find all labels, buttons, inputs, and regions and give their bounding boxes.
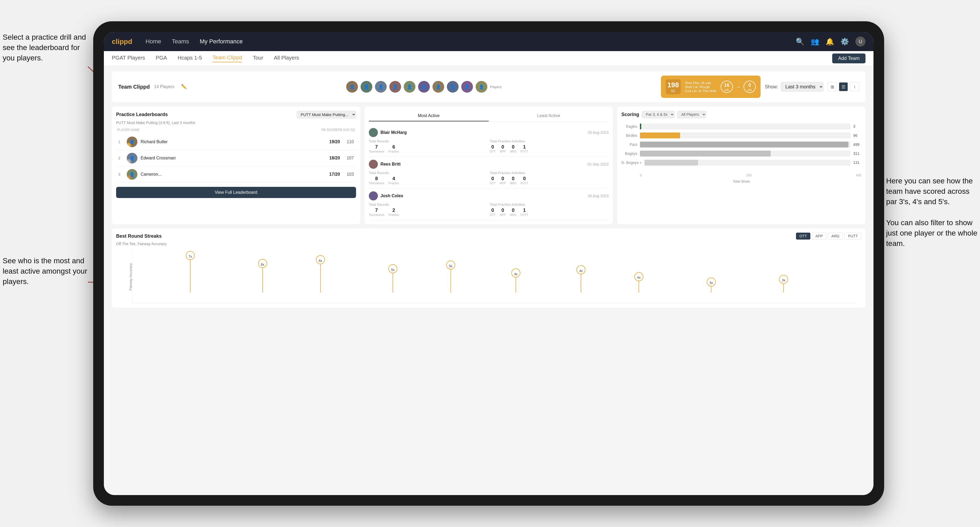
blair-player: Blair McHarg: [369, 128, 407, 137]
subnav-pga[interactable]: PGA: [156, 55, 167, 62]
player-avatar-6[interactable]: 👤: [418, 81, 430, 93]
sort-icon[interactable]: ↕: [850, 82, 859, 91]
subnav-team-clippd[interactable]: Team Clippd: [213, 55, 242, 62]
blair-ott: 0 OTT: [490, 144, 496, 153]
rees-practice-activities: Total Practice Activities 0 OTT 0 APP: [490, 171, 609, 185]
lb-name-3: Cameron...: [141, 172, 326, 177]
blair-tournament: 7 Tournament: [369, 144, 384, 153]
subnav-pgat[interactable]: PGAT Players: [112, 55, 145, 62]
yard-circles: 16 yds → 0 yds: [721, 81, 756, 93]
svg-text:3x: 3x: [782, 278, 785, 282]
eagles-bar-bg: [640, 124, 851, 129]
pars-bar-fill: [640, 141, 848, 148]
svg-text:4x: 4x: [514, 272, 518, 276]
josh-practice-label: Total Practice Activities: [490, 203, 609, 206]
show-select[interactable]: Last 3 months Last 6 months Last year: [781, 82, 823, 92]
settings-icon[interactable]: ⚙️: [840, 38, 849, 46]
player-avatar-1[interactable]: 👤: [346, 81, 358, 93]
bogeys-label: Bogeys: [621, 151, 637, 156]
blair-date: 26 Aug 2023: [588, 130, 609, 135]
yard-divider: →: [735, 84, 741, 90]
josh-rounds-vals: 7 Tournament 2 Practice: [369, 208, 488, 216]
blair-app: 0 APP: [500, 144, 506, 153]
player-avatar-7[interactable]: 👤: [433, 81, 444, 93]
search-icon[interactable]: 🔍: [796, 38, 804, 46]
josh-name: Josh Coles: [380, 194, 403, 198]
eagles-value: 3: [853, 124, 861, 129]
lb-avg-1: 110: [343, 140, 354, 144]
leaderboard-row-3[interactable]: 3 👤 3 Cameron... 17/20 103: [116, 167, 356, 183]
streaks-tabs: OTT APP ARG PUTT: [796, 233, 861, 240]
lb-avg-2: 107: [343, 156, 354, 160]
grid-view-icon[interactable]: ⊞: [828, 82, 837, 91]
player-avatar-9[interactable]: 👤: [461, 81, 473, 93]
subnav-tour[interactable]: Tour: [253, 55, 263, 62]
player-avatar-5[interactable]: 👤: [404, 81, 415, 93]
josh-rounds: Total Rounds 7 Tournament 2 Practice: [369, 203, 488, 216]
dbogeys-bar-bg: [644, 160, 851, 165]
rank-1: 1: [118, 140, 124, 144]
josh-practice-vals: 0 OTT 0 APP 0 ARG: [490, 208, 609, 216]
pars-value: 499: [853, 142, 861, 147]
leaderboard-row-1[interactable]: 1 👤 1 Richard Butler 19/20 110: [116, 134, 356, 150]
josh-app: 0 APP: [500, 208, 506, 216]
leaderboard-row-2[interactable]: 2 👤 2 Edward Crossman 18/20 107: [116, 150, 356, 167]
blair-rounds-vals: 7 Tournament 6 Practice: [369, 144, 488, 153]
shot-details: Shot Dist: 16 yds Start Lie: Rough End L…: [685, 81, 716, 93]
practice-leaderboard-panel: Practice Leaderboards PUTT Must Make Put…: [112, 106, 360, 224]
subnav-hcaps[interactable]: Hcaps 1-5: [178, 55, 202, 62]
most-active-tab[interactable]: Most Active: [369, 111, 488, 121]
putt-tab[interactable]: PUTT: [845, 233, 861, 240]
edit-team-icon[interactable]: ✏️: [181, 84, 187, 90]
view-leaderboard-button[interactable]: View Full Leaderboard: [116, 187, 356, 198]
josh-practice: 2 Practice: [388, 208, 399, 216]
list-view-icon[interactable]: ☰: [839, 82, 848, 91]
leaderboard-columns: PLAYER NAME PB SCORE PB AVG SQ: [116, 128, 356, 132]
leaderboard-subtitle: PUTT Must Make Putting (3-6 ft), Last 3 …: [116, 121, 356, 125]
player-avatar-3[interactable]: 👤: [375, 81, 387, 93]
blair-name: Blair McHarg: [380, 130, 407, 135]
bell-icon[interactable]: 🔔: [826, 38, 834, 46]
birdies-value: 96: [853, 133, 861, 138]
streaks-header: Best Round Streaks OTT APP ARG PUTT: [116, 233, 861, 240]
user-avatar[interactable]: U: [855, 37, 865, 46]
bar-dbogeys: D. Bogeys + 131: [621, 160, 861, 165]
ott-tab[interactable]: OTT: [796, 233, 810, 240]
player-avatar-8[interactable]: 👤: [447, 81, 458, 93]
annotation-right: Here you can see how the team have score…: [886, 176, 977, 249]
player-avatar-4[interactable]: 👤: [389, 81, 401, 93]
players-filter[interactable]: All Players: [677, 111, 706, 118]
nav-my-performance[interactable]: My Performance: [200, 38, 243, 45]
lb-avg-3: 103: [343, 172, 354, 177]
active-tabs: Most Active Least Active: [369, 111, 609, 122]
player-avatar-2[interactable]: 👤: [361, 81, 372, 93]
rees-date: 02 Sep 2023: [587, 162, 609, 167]
rees-app: 0 APP: [500, 176, 506, 185]
team-header-panel: Team Clippd 14 Players ✏️ 👤 👤 👤 👤 👤 👤 👤 …: [112, 71, 865, 102]
subnav-all-players[interactable]: All Players: [274, 55, 299, 62]
player-avatar-10[interactable]: 👤: [476, 81, 487, 93]
app-tab[interactable]: APP: [812, 233, 826, 240]
par-filter[interactable]: Par 3, 4 & 5s Par 3s Par 4s Par 5s: [642, 111, 675, 118]
players-label: Players: [490, 85, 501, 89]
least-active-tab[interactable]: Least Active: [488, 111, 609, 121]
svg-text:6x: 6x: [261, 263, 264, 267]
nav-teams[interactable]: Teams: [172, 38, 189, 45]
chart-x-label: Total Shots: [621, 179, 861, 183]
bar-eagles: Eagles 3: [621, 124, 861, 129]
svg-text:7x: 7x: [189, 255, 192, 259]
arg-tab[interactable]: ARG: [828, 233, 843, 240]
lb-score-1: 19/20: [329, 140, 340, 144]
badge-bronze-3: 3: [127, 175, 131, 179]
drill-select[interactable]: PUTT Must Make Putting...: [297, 111, 356, 119]
add-team-button[interactable]: Add Team: [832, 54, 865, 63]
pars-label: Pars: [621, 142, 637, 147]
people-icon[interactable]: 👥: [811, 38, 819, 46]
blair-practice: 6 Practice: [388, 144, 399, 153]
streaks-subtitle: Off The Tee, Fairway Accuracy: [116, 242, 861, 246]
rank-2: 2: [118, 156, 124, 160]
annotation-top-left: Select a practice drill and see the lead…: [3, 32, 88, 63]
svg-text:4x: 4x: [579, 269, 583, 273]
nav-home[interactable]: Home: [146, 38, 161, 45]
bogeys-bar-bg: [640, 151, 851, 157]
